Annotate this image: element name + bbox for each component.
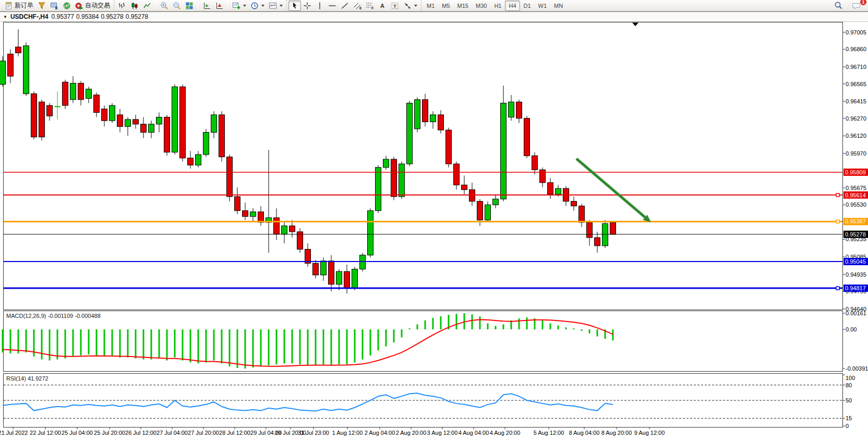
label-tool-icon: T — [391, 2, 399, 10]
tab-h1[interactable]: H1 — [490, 1, 505, 11]
svg-text:80: 80 — [846, 382, 852, 388]
bar-chart-icon — [118, 2, 126, 10]
svg-text:0.00: 0.00 — [846, 326, 857, 333]
label-tool-button[interactable]: T — [389, 1, 401, 11]
tab-m1[interactable]: M1 — [423, 1, 438, 11]
indicator-window-button[interactable] — [213, 1, 225, 11]
indicator-list-button[interactable] — [200, 1, 213, 11]
svg-text:8 Aug 04:00: 8 Aug 04:00 — [569, 430, 600, 436]
indicator-window-icon — [215, 2, 223, 10]
main-toolbar: 新订单 — [0, 0, 868, 11]
svg-text:27 Jul 04:00: 27 Jul 04:00 — [156, 430, 188, 436]
navigator-button[interactable] — [61, 1, 73, 11]
text-tool-icon: A — [378, 3, 387, 9]
svg-text:0.94817: 0.94817 — [845, 285, 866, 291]
chart-title-bar[interactable]: ▼ USDCHF-,H4 0.95377 0.95384 0.95278 0.9… — [0, 12, 868, 22]
channel-tool-button[interactable]: E — [351, 1, 364, 11]
arrows-icon — [403, 2, 412, 10]
chart-window: ▼ USDCHF-,H4 0.95377 0.95384 0.95278 0.9… — [0, 11, 868, 439]
line-chart-button[interactable] — [141, 1, 153, 11]
chart-symbol-period: USDCHF-,H4 — [10, 13, 49, 20]
trendline-tool-button[interactable] — [339, 1, 351, 11]
notification-badge: 1 — [860, 0, 866, 5]
new-order-label: 新订单 — [15, 1, 33, 10]
svg-text:25 Jul 04:00: 25 Jul 04:00 — [62, 430, 93, 436]
svg-text:0.97005: 0.97005 — [846, 29, 866, 35]
svg-text:5 Aug 12:00: 5 Aug 12:00 — [534, 430, 564, 436]
data-window-button[interactable] — [48, 1, 61, 11]
quote-close: 0.95278 — [126, 13, 148, 20]
zoom-in-button[interactable] — [158, 1, 171, 11]
cursor-icon — [291, 2, 299, 10]
crosshair-tool-button[interactable] — [301, 1, 314, 11]
svg-text:0.96710: 0.96710 — [846, 64, 866, 70]
arrows-tool-button[interactable] — [401, 1, 419, 11]
time-axis: 21 Jul 202222 Jul 12:0025 Jul 04:0025 Ju… — [0, 428, 665, 436]
tab-m15[interactable]: M15 — [454, 1, 472, 11]
svg-text:4 Aug 20:00: 4 Aug 20:00 — [490, 430, 521, 436]
notifications-button[interactable]: 1 — [850, 1, 864, 11]
svg-text:0.95970: 0.95970 — [846, 150, 866, 157]
svg-text:1 Aug 12:00: 1 Aug 12:00 — [332, 430, 363, 436]
svg-text:0.95278: 0.95278 — [845, 231, 866, 238]
chart-menu-triangle-icon[interactable]: ▼ — [3, 15, 7, 19]
market-depth-button[interactable] — [35, 1, 48, 11]
svg-text:0.00161: 0.00161 — [846, 310, 866, 316]
text-tool-button[interactable]: A — [376, 1, 389, 11]
autotrading-button[interactable]: 自动交易 — [73, 1, 112, 11]
add-indicator-button[interactable] — [230, 1, 248, 11]
cursor-tool-button[interactable] — [288, 1, 301, 11]
tile-windows-button[interactable] — [183, 1, 196, 11]
tab-m30[interactable]: M30 — [472, 1, 490, 11]
dropdown-caret — [414, 5, 417, 7]
autotrading-icon — [75, 2, 83, 10]
svg-text:50: 50 — [846, 397, 852, 404]
template-button[interactable] — [267, 1, 285, 11]
svg-text:26 Jul 12:00: 26 Jul 12:00 — [125, 430, 156, 436]
bar-chart-button[interactable] — [116, 1, 128, 11]
zoom-in-icon — [160, 2, 168, 10]
svg-text:21 Jul 2022: 21 Jul 2022 — [0, 430, 28, 436]
tab-d1[interactable]: D1 — [520, 1, 535, 11]
navigator-icon — [63, 2, 71, 10]
svg-text:100: 100 — [846, 375, 855, 381]
horizontal-line-tool-button[interactable] — [326, 1, 339, 11]
autotrading-label: 自动交易 — [85, 1, 110, 10]
svg-text:0.95614: 0.95614 — [845, 192, 866, 198]
svg-text:15: 15 — [846, 415, 852, 421]
line-chart-icon — [143, 2, 151, 10]
svg-text:0.96565: 0.96565 — [846, 81, 866, 87]
tab-m5[interactable]: M5 — [438, 1, 453, 11]
toolbar-separator — [155, 2, 156, 10]
plot-area-wrapper: MACD(12,26,9) -0.001109 -0.000488 RSI(14… — [0, 22, 868, 439]
fibonacci-icon: F — [366, 2, 374, 10]
equidistant-channel-icon: E — [353, 2, 361, 10]
svg-text:0.96860: 0.96860 — [846, 46, 866, 52]
svg-text:31 Jul 23:00: 31 Jul 23:00 — [298, 430, 329, 436]
template-icon — [269, 2, 277, 10]
chart-panels — [4, 22, 843, 428]
fibonacci-tool-button[interactable]: F — [364, 1, 376, 11]
zoom-out-button[interactable] — [171, 1, 183, 11]
vertical-line-tool-button[interactable] — [314, 1, 326, 11]
candlestick-chart-icon — [130, 2, 139, 10]
tab-mn[interactable]: MN — [550, 1, 566, 11]
price-chart[interactable]: 0.970050.968600.967100.965650.964150.962… — [0, 22, 868, 439]
crosshair-icon — [303, 2, 311, 10]
tab-w1[interactable]: W1 — [535, 1, 551, 11]
tile-windows-icon — [185, 2, 194, 10]
svg-text:-0.00391: -0.00391 — [846, 365, 868, 372]
toolbar-separator — [198, 2, 198, 10]
period-button[interactable] — [248, 1, 267, 11]
new-order-button[interactable]: 新订单 — [3, 1, 35, 11]
data-window-icon — [50, 2, 58, 10]
tab-h4[interactable]: H4 — [505, 1, 520, 11]
search-button[interactable] — [832, 1, 845, 11]
toolbar-separator — [227, 2, 228, 10]
candlestick-chart-button[interactable] — [128, 1, 141, 11]
svg-text:27 Jul 20:00: 27 Jul 20:00 — [188, 430, 219, 436]
add-indicator-icon — [232, 2, 240, 10]
svg-text:0.95809: 0.95809 — [845, 169, 866, 175]
svg-text:8 Aug 20:00: 8 Aug 20:00 — [601, 430, 632, 436]
svg-text:0.95675: 0.95675 — [846, 185, 866, 191]
